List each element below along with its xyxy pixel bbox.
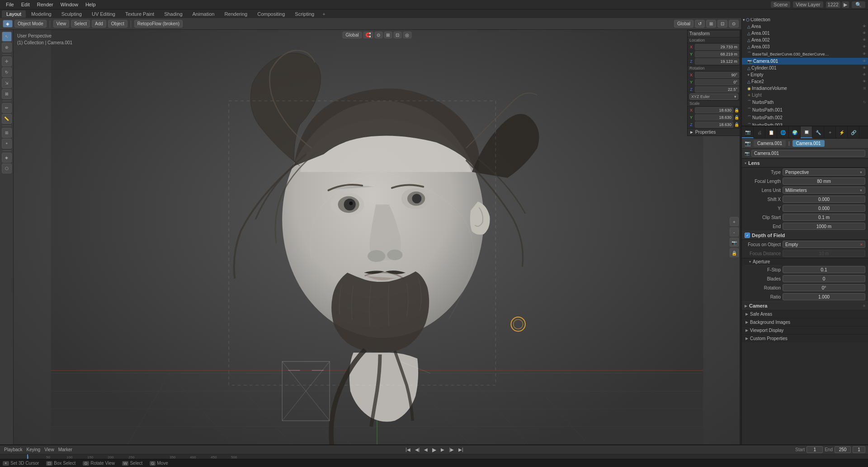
transform-btn1[interactable]: ↺ xyxy=(695,20,705,28)
marker-menu[interactable]: Marker xyxy=(57,447,74,453)
transform-tool[interactable]: ⊠ xyxy=(2,89,12,99)
clip-start-value[interactable]: 0.1 m xyxy=(783,214,865,221)
blades-value[interactable]: 0 xyxy=(783,275,865,282)
main-viewport[interactable]: left-eye xyxy=(14,30,741,444)
rmb-icon[interactable]: ⊙ xyxy=(83,461,89,466)
tab-layout[interactable]: Layout xyxy=(2,10,26,18)
brush-tool[interactable]: ⚬ xyxy=(2,139,12,149)
view-menu[interactable]: View xyxy=(53,20,70,28)
add-menu[interactable]: Add xyxy=(92,20,106,28)
start-frame[interactable]: 1 xyxy=(807,446,823,453)
jump-end-btn[interactable]: ▶| xyxy=(457,447,465,453)
outliner-item-nurbspath002[interactable]: ⌒ NurbsPath.002 xyxy=(742,114,868,121)
outliner-item-cylinder001[interactable]: △ Cylinder.001 👁 xyxy=(742,65,868,71)
prop-tab-world[interactable]: 🌍 xyxy=(789,126,801,138)
outliner-item-light[interactable]: ☀ Light xyxy=(742,92,868,98)
menu-file[interactable]: File xyxy=(3,1,17,8)
outliner-item-camera001[interactable]: 📷 Camera.001 👁 xyxy=(742,58,868,65)
tab-compositing[interactable]: Compositing xyxy=(253,10,289,18)
tab-scripting[interactable]: Scripting xyxy=(290,10,319,18)
outliner-item-face2[interactable]: △ Face2 👁 xyxy=(742,78,868,85)
annotate-tool[interactable]: ✏ xyxy=(2,103,12,113)
prev-keyframe-btn[interactable]: ◀| xyxy=(414,447,421,453)
add-tool[interactable]: ⊞ xyxy=(2,128,12,138)
transform-btn2[interactable]: ⊞ xyxy=(706,20,716,28)
lock-z-btn[interactable]: 🔒 xyxy=(734,122,739,127)
scale-tool[interactable]: ⇲ xyxy=(2,78,12,88)
select-tool[interactable]: ↖ xyxy=(2,32,12,42)
select-menu[interactable]: Select xyxy=(71,20,90,28)
mmb-icon[interactable]: ⊡ xyxy=(46,461,52,466)
rotation-y-value[interactable]: 0° xyxy=(695,79,739,85)
prev-frame-btn[interactable]: ◀ xyxy=(423,447,429,453)
scale-z-value[interactable]: 18.630 xyxy=(695,121,733,128)
addon-btn[interactable]: RetopoFlow (broken) xyxy=(134,20,183,28)
global-btn[interactable]: Global xyxy=(674,20,693,28)
background-images-header[interactable]: ▶ Background Images xyxy=(742,318,868,326)
focal-length-value[interactable]: 80 mm xyxy=(783,177,865,185)
outliner-item-area001[interactable]: △ Area.001 👁 xyxy=(742,30,868,37)
menu-window[interactable]: Window xyxy=(57,1,81,8)
object-menu[interactable]: Object xyxy=(108,20,127,28)
lens-unit-dropdown[interactable]: Millimeters xyxy=(783,187,865,194)
lock-y-btn[interactable]: 🔒 xyxy=(734,115,739,120)
transform-btn4[interactable]: ⊙ xyxy=(729,20,739,28)
tab-texture-paint[interactable]: Texture Paint xyxy=(121,10,159,18)
lens-type-dropdown[interactable]: Perspective xyxy=(783,168,865,176)
camera-obj-tab[interactable]: Camera.001 xyxy=(754,140,786,147)
lmb-icon[interactable]: ⚬ xyxy=(3,461,9,466)
next-frame-btn[interactable]: ▶ xyxy=(439,447,446,453)
location-y-value[interactable]: 68.219 m xyxy=(695,51,739,57)
menu-edit[interactable]: Edit xyxy=(18,1,33,8)
prop-tab-constraints[interactable]: 🔗 xyxy=(848,126,859,138)
tab-shading[interactable]: Shading xyxy=(160,10,187,18)
location-z-value[interactable]: 19.122 m xyxy=(695,58,739,65)
top-search[interactable]: 🔍 xyxy=(852,1,865,8)
playback-menu[interactable]: Playback xyxy=(3,447,24,453)
view-menu-tl[interactable]: View xyxy=(43,447,56,453)
camera-sec-menu[interactable]: ≡ xyxy=(863,304,865,308)
select-mode-btn[interactable]: ◈ xyxy=(3,20,13,28)
prop-tab-modifiers[interactable]: 🔧 xyxy=(812,126,824,138)
custom-props-header[interactable]: ▶ Custom Properties xyxy=(742,334,868,342)
outliner-item-beziercurve[interactable]: ⌒ BaseTail_BezierCurve.030_BezierCurve.0… xyxy=(742,50,868,58)
proportional-btn[interactable]: ⊙ xyxy=(374,32,382,38)
next-keyframe-btn[interactable]: |▶ xyxy=(448,447,455,453)
extra-tool-2[interactable]: ⬡ xyxy=(2,163,12,173)
rotate-tool[interactable]: ↻ xyxy=(2,67,12,77)
prop-tab-view-layer[interactable]: 📋 xyxy=(765,126,777,138)
zoom-out-btn[interactable]: - xyxy=(730,228,739,237)
prop-tab-scene[interactable]: 🌐 xyxy=(777,126,789,138)
camera-view-btn[interactable]: 📷 xyxy=(730,238,739,247)
measure-tool[interactable]: 📏 xyxy=(2,114,12,124)
focus-object-value[interactable]: Empty ✕ xyxy=(783,241,865,248)
prop-tab-object[interactable]: 🔲 xyxy=(801,126,812,138)
aperture-rotation-value[interactable]: 0° xyxy=(783,284,865,291)
outliner-item-nurbspath001[interactable]: ⌒ NurbsPath.001 xyxy=(742,106,868,114)
gizmo-btn[interactable]: ⊡ xyxy=(393,32,401,38)
fstop-value[interactable]: 0.1 xyxy=(783,266,865,273)
camera-section-header[interactable]: ▶ Camera ≡ xyxy=(742,301,868,310)
prop-tab-render[interactable]: 📷 xyxy=(742,126,754,138)
focus-object-clear-btn[interactable]: ✕ xyxy=(859,243,864,247)
properties-expand-btn[interactable]: ► Properties xyxy=(688,128,740,135)
snap-btn[interactable]: 🧲 xyxy=(363,32,373,38)
dof-section-header[interactable]: ✓ Depth of Field xyxy=(742,231,868,240)
outliner-item-area[interactable]: △ Area 👁 xyxy=(742,23,868,30)
viewport-display-header[interactable]: ▶ Viewport Display xyxy=(742,326,868,334)
extra-tool-1[interactable]: ◈ xyxy=(2,153,12,163)
shift-y-value[interactable]: 0.000 xyxy=(783,205,865,212)
rotation-z-value[interactable]: 22.5° xyxy=(695,86,739,93)
outliner-item-area002[interactable]: △ Area.002 👁 xyxy=(742,37,868,43)
move-key-icon[interactable]: G xyxy=(150,461,156,466)
play-btn[interactable]: ▶ xyxy=(431,446,438,453)
irradiance-grid-btn[interactable]: ⊞ xyxy=(863,86,866,90)
shift-x-value[interactable]: 0.000 xyxy=(783,196,865,203)
outliner-item-empty[interactable]: + Empty 👁 xyxy=(742,71,868,78)
menu-help[interactable]: Help xyxy=(82,1,99,8)
outliner-item-irradiancevolume[interactable]: ◉ IrradianceVolume ⊞ xyxy=(742,85,868,92)
lens-section-header[interactable]: ▾ Lens xyxy=(742,159,868,168)
cursor-tool[interactable]: ⊕ xyxy=(2,42,12,52)
scale-y-value[interactable]: 18.630 xyxy=(695,114,733,121)
lock-view-btn[interactable]: 🔒 xyxy=(730,248,739,257)
